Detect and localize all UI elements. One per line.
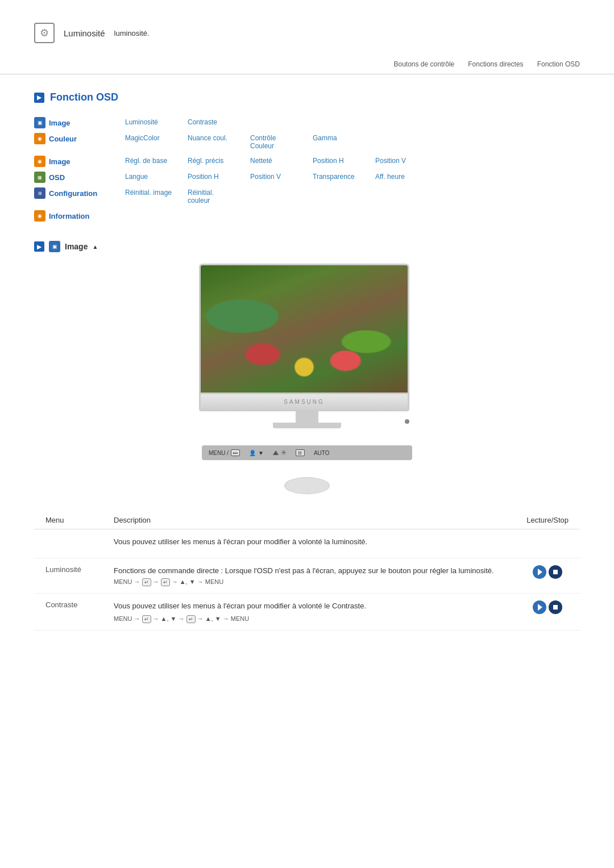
image-menu-icon: ▣ <box>49 241 60 252</box>
image-section-label: Image <box>65 242 88 251</box>
image2-sub-items: Régl. de base Régl. précis Netteté Posit… <box>125 156 580 166</box>
osd-item-image1: ▣ Image <box>34 117 125 128</box>
tab-fonction-osd[interactable]: Fonction OSD <box>537 60 580 68</box>
action-cell-1 <box>515 529 580 558</box>
sub-regl-base[interactable]: Régl. de base <box>125 156 176 166</box>
image1-label: Image <box>49 119 106 127</box>
samsung-logo: SAMSUNG <box>284 399 325 405</box>
stop-square-3 <box>553 605 558 610</box>
monitor-screen-inner <box>201 265 408 393</box>
sub-contraste[interactable]: Contraste <box>188 117 239 127</box>
adjust-area: 👤 ▼ <box>249 450 264 456</box>
gear-icon: ⚙ <box>34 23 55 43</box>
osd-icon: ▦ <box>34 172 45 183</box>
play-stop-btns-3 <box>526 600 569 614</box>
image-nav-icon: ▶ <box>34 241 44 252</box>
couleur-sub-items: MagicColor Nuance coul. ContrôleCouleur … <box>125 133 580 151</box>
person-icon: 👤 <box>249 450 256 456</box>
sub-luminosite[interactable]: Luminosité <box>125 117 176 127</box>
image1-sub-items: Luminosité Contraste <box>125 117 580 127</box>
header-menu: Menu <box>34 511 102 529</box>
osd-row-image1: ▣ Image Luminosité Contraste <box>34 115 580 131</box>
play-button-3[interactable] <box>533 600 546 614</box>
osd-sub-items: Langue Position H Position V Transparenc… <box>125 172 580 182</box>
config-icon: ⊞ <box>34 187 45 199</box>
auto-area: AUTO <box>314 450 330 456</box>
sub-controle-couleur[interactable]: ContrôleCouleur <box>250 133 301 151</box>
brightness-area: ✳ <box>273 449 287 457</box>
table-row: Vous pouvez utiliser les menus à l'écran… <box>34 529 580 558</box>
menu-label: MENU / <box>209 450 229 456</box>
sub-regl-precis[interactable]: Régl. précis <box>188 156 239 166</box>
stop-button-2[interactable] <box>549 565 562 579</box>
ctrl-icon-1: ▪▪▪ <box>231 449 240 456</box>
nav-tabs: Boutons de contrôle Fonctions directes F… <box>0 55 614 74</box>
image2-label: Image <box>49 157 106 166</box>
sub-position-h1[interactable]: Position H <box>313 156 364 166</box>
couleur-icon: ◉ <box>34 133 45 144</box>
monitor-container: SAMSUNG <box>34 264 580 428</box>
monitor-bezel: SAMSUNG <box>199 394 409 411</box>
config-sub-items: Réinitial. image Réinitial.couleur <box>125 187 580 206</box>
sub-magiccolor[interactable]: MagicColor <box>125 133 176 151</box>
sub-gamma[interactable]: Gamma <box>313 133 364 151</box>
sub-langue[interactable]: Langue <box>125 172 176 182</box>
header-luminosite-desc: luminosité. <box>114 29 150 37</box>
key-enter4: ↵ <box>186 615 196 623</box>
sub-transparence[interactable]: Transparence <box>313 172 364 182</box>
header-luminosite-label: Luminosité <box>64 28 105 38</box>
couleur-label: Couleur <box>49 135 106 143</box>
tab-fonctions-directes[interactable]: Fonctions directes <box>468 60 523 68</box>
table-row: Contraste Vous pouvez utiliser les menus… <box>34 594 580 631</box>
sub-position-v1[interactable]: Position V <box>375 156 426 166</box>
sub-position-h2[interactable]: Position H <box>188 172 239 182</box>
play-button-2[interactable] <box>533 565 546 579</box>
osd-row-couleur: ◉ Couleur MagicColor Nuance coul. Contrô… <box>34 131 580 153</box>
header: ⚙ Luminosité luminosité. <box>0 0 614 55</box>
monitor-power-led <box>405 419 409 424</box>
key-enter: ↵ <box>142 578 151 586</box>
osd-item-couleur: ◉ Couleur <box>34 133 125 144</box>
image-section-header: ▶ ▣ Image ▲ <box>34 241 580 252</box>
osd-row-osd: ▦ OSD Langue Position H Position V Trans… <box>34 169 580 185</box>
image2-icon: ◉ <box>34 156 45 167</box>
input-area: ⊟ <box>296 449 305 456</box>
table-row: Luminosité Fonctions de commande directe… <box>34 558 580 594</box>
info-label[interactable]: Information <box>49 212 106 220</box>
sub-reinitial-couleur[interactable]: Réinitial.couleur <box>188 187 239 206</box>
osd-section-title: ▶ Fonction OSD <box>34 91 580 103</box>
sub-aff-heure[interactable]: Aff. heure <box>375 172 426 182</box>
sub-nuance[interactable]: Nuance coul. <box>188 133 239 151</box>
info-icon: ◉ <box>34 210 45 222</box>
menu-path-3: MENU → ↵ → ▲, ▼ → ↵ → ▲, ▼ → MENU <box>114 615 504 623</box>
image-section-arrow: ▲ <box>92 244 98 250</box>
image1-icon: ▣ <box>34 117 45 128</box>
menu-cell-contraste: Contraste <box>34 594 102 631</box>
menu-button-area: MENU / ▪▪▪ <box>209 449 240 456</box>
osd-item-info: ◉ Information <box>34 210 125 222</box>
triangle-up-icon <box>273 450 279 455</box>
play-stop-btns-2 <box>526 565 569 579</box>
osd-title-text: Fonction OSD <box>50 91 118 103</box>
osd-item-image2: ◉ Image <box>34 156 125 167</box>
sub-nettete[interactable]: Netteté <box>250 156 301 166</box>
main-content: ▶ Fonction OSD ▣ Image Luminosité Contra… <box>0 91 614 631</box>
monitor-screen <box>199 264 409 394</box>
key-enter2: ↵ <box>161 578 170 586</box>
sub-reinitial-image[interactable]: Réinitial. image <box>125 187 176 206</box>
key-enter3: ↵ <box>142 615 151 623</box>
menu-cell-empty <box>34 529 102 558</box>
menu-cell-luminosite: Luminosité <box>34 558 102 594</box>
stop-square-2 <box>553 570 558 574</box>
monitor-wrapper: SAMSUNG <box>199 264 415 428</box>
desc-cell-3: Vous pouvez utiliser les menus à l'écran… <box>102 594 515 631</box>
action-cell-2 <box>515 558 580 594</box>
play-triangle-3 <box>538 604 542 611</box>
stop-button-3[interactable] <box>549 600 562 614</box>
sub-position-v2[interactable]: Position V <box>250 172 301 182</box>
action-cell-3 <box>515 594 580 631</box>
tab-boutons-controle[interactable]: Boutons de contrôle <box>393 60 454 68</box>
desc-cell-1: Vous pouvez utiliser les menus à l'écran… <box>102 529 515 558</box>
osd-item-osd: ▦ OSD <box>34 172 125 183</box>
auto-label: AUTO <box>314 450 330 456</box>
